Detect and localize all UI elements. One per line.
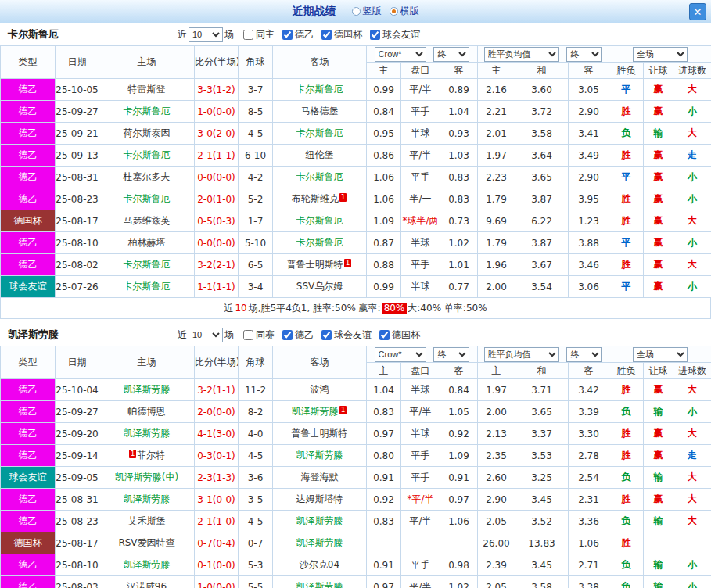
crown-home-odds: 1.09 (367, 210, 401, 232)
away-team-cell: 卡尔斯鲁厄 (273, 210, 367, 232)
goals-result-cell: 大 (673, 423, 711, 445)
odds-source-select[interactable]: Crow* (375, 47, 426, 62)
avg-home-odds: 1.96 (478, 254, 515, 276)
result-cell: 胜 (609, 489, 644, 511)
league-filter-checkbox[interactable] (321, 30, 332, 40)
handicap-result-cell: 赢 (644, 276, 673, 298)
summary-segment: 近 (223, 302, 234, 315)
league-filter[interactable]: 德国杯 (379, 328, 420, 342)
avg-odds-select[interactable]: 胜平负均值 (484, 347, 559, 362)
league-filter-checkbox[interactable] (370, 30, 380, 40)
result-cell: 负 (609, 554, 644, 576)
avg-away-odds: 3.42 (569, 379, 609, 401)
avg-away-odds: 3.95 (569, 188, 609, 210)
home-team-cell: 汉诺威96 (99, 576, 195, 588)
same-competition-filter[interactable]: 同赛 (243, 328, 275, 342)
handicap-result-cell: 赢 (644, 379, 673, 401)
away-team-cell: 凯泽斯劳滕1 (273, 401, 367, 423)
home-team-cell: 特雷斯登 (99, 79, 195, 101)
score-cell: 0-0(0-0) (195, 167, 239, 188)
same-venue-filter[interactable]: 同主 (243, 28, 275, 41)
league-filter[interactable]: 球会友谊 (370, 28, 420, 41)
match-count-select[interactable]: 10 (189, 27, 223, 42)
horizontal-layout-radio[interactable] (390, 7, 398, 16)
match-count-select[interactable]: 10 (189, 328, 223, 342)
handicap-line: 平手 (401, 101, 440, 123)
result-cell: 胜 (609, 379, 644, 401)
crown-home-odds: 0.91 (367, 467, 401, 489)
crown-away-odds: 0.73 (440, 210, 478, 232)
corners-cell: 4-5 (239, 445, 273, 467)
date-cell: 25-08-31 (56, 489, 99, 511)
goals-result-cell: 小 (673, 554, 711, 576)
home-team-cell: 卡尔斯鲁厄 (99, 254, 195, 276)
league-filter-checkbox[interactable] (379, 330, 390, 340)
avg-draw-odds: 3.87 (515, 188, 569, 210)
league-filter[interactable]: 德国杯 (321, 28, 362, 41)
scope-select[interactable]: 全场 (633, 47, 688, 62)
red-card-badge: 1 (129, 450, 137, 458)
avg-away-odds: 1.06 (569, 532, 609, 554)
crown-away-odds: 1.06 (440, 511, 478, 532)
filter-controls: 近 10 场 同赛 德乙 球会友谊 德国杯 (176, 328, 420, 342)
league-cell: 德乙 (1, 123, 56, 145)
avg-time-select[interactable]: 终 (566, 47, 602, 62)
score-cell: 4-1(3-0) (195, 423, 239, 445)
same-venue-checkbox[interactable] (243, 30, 253, 40)
date-cell: 25-08-02 (56, 254, 99, 276)
avg-away-odds: 1.23 (569, 210, 609, 232)
away-team-cell: 沙尔克04 (273, 554, 367, 576)
odds-time-select[interactable]: 终 (433, 47, 469, 62)
league-filter[interactable]: 德乙 (282, 328, 314, 342)
avg-home-odds: 26.00 (478, 532, 515, 554)
result-cell: 负 (609, 467, 644, 489)
avg-home-odds: 2.35 (478, 445, 515, 467)
avg-time-select[interactable]: 终 (566, 347, 602, 362)
crown-home-odds: 1.06 (367, 188, 401, 210)
handicap-line: *球半/两 (401, 210, 440, 232)
corners-cell: 5-3 (239, 554, 273, 576)
handicap-line: 半球 (401, 423, 440, 445)
odds-time-select[interactable]: 终 (433, 347, 469, 362)
odds-group-header: Crow* 终 (367, 346, 478, 363)
date-cell: 25-10-04 (56, 379, 99, 401)
avg-away-odds: 2.31 (569, 489, 609, 511)
summary-segment: 10 (234, 303, 247, 314)
league-filter[interactable]: 球会友谊 (321, 328, 372, 342)
league-filter-checkbox[interactable] (321, 330, 332, 340)
odds-source-select[interactable]: Crow* (375, 347, 426, 362)
score-cell: 2-0(1-0) (195, 188, 239, 210)
away-team-cell: 卡尔斯鲁厄 (273, 79, 367, 101)
league-cell: 德乙 (1, 232, 56, 254)
section-karlsruher: 卡尔斯鲁厄 近 10 场 同主 德乙 德国杯 球会友谊 (0, 23, 711, 319)
avg-home-odds: 2.01 (478, 123, 515, 145)
score-cell: 3-1(0-0) (195, 489, 239, 511)
vertical-layout-radio[interactable] (352, 7, 361, 16)
score-cell: 1-0(0-0) (195, 101, 239, 123)
avg-draw-odds: 3.58 (515, 123, 569, 145)
home-team-cell: 卡尔斯鲁厄 (99, 101, 195, 123)
avg-home-odds: 2.05 (478, 576, 515, 588)
avg-away-odds: 3.49 (569, 145, 609, 167)
crown-away-odds: 1.04 (440, 101, 478, 123)
league-filter-checkbox[interactable] (282, 30, 293, 40)
score-cell: 2-3(1-3) (195, 467, 239, 489)
goals-result-cell: 小 (673, 101, 711, 123)
close-icon[interactable]: ✕ (689, 3, 706, 20)
col-away: 客场 (273, 46, 367, 79)
same-competition-checkbox[interactable] (243, 330, 253, 340)
result-cell: 胜 (609, 423, 644, 445)
league-filter[interactable]: 德乙 (282, 28, 314, 41)
result-cell: 胜 (609, 445, 644, 467)
avg-away-odds: 3.41 (569, 123, 609, 145)
avg-odds-select[interactable]: 胜平负均值 (484, 47, 559, 62)
goals-result-cell: 大 (673, 254, 711, 276)
away-team-cell: 普鲁士明斯特1 (273, 254, 367, 276)
league-filter-checkbox[interactable] (282, 330, 293, 340)
score-cell: 0-7(0-4) (195, 532, 239, 554)
section-header: 卡尔斯鲁厄 近 10 场 同主 德乙 德国杯 球会友谊 (0, 23, 711, 45)
col-handicap-result: 让球 (644, 363, 673, 379)
scope-select[interactable]: 全场 (633, 347, 688, 362)
col-odds-line: 盘口 (401, 63, 440, 79)
avg-draw-odds: 3.53 (515, 445, 569, 467)
